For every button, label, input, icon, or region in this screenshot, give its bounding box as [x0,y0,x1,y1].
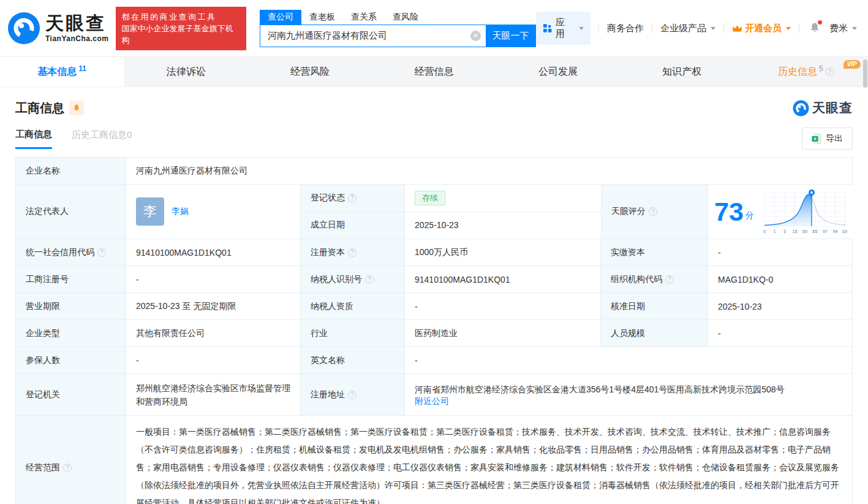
business-term-label: 营业期限 [16,293,126,319]
cooperation-link[interactable]: 商务合作 [607,23,644,34]
nearby-companies-link[interactable]: 附近公司 [415,396,449,406]
slogan-line2: 国家中小企业发展子基金旗下机构 [121,23,240,46]
search-row: ✕ 天眼一下 [260,25,536,47]
open-vip-menu[interactable]: 开通会员 [732,23,791,34]
chevron-down-icon [786,27,791,30]
tab-operation-risk[interactable]: 经营风险 [248,57,372,86]
reg-status-row: 登记状态 ? 存续 [301,185,601,212]
notifications-button[interactable] [809,21,821,36]
brand-logo-text: 天眼查 TianYanCha.com [45,14,108,42]
score-label: 天眼评分 [611,206,646,217]
apps-menu[interactable]: 应用 [536,12,591,45]
reg-authority-value: 郑州航空港经济综合实验区市场监督管理和营商环境局 [136,381,290,408]
help-icon[interactable]: ? [348,248,357,257]
axis-tick: 1 [773,229,776,234]
help-icon[interactable]: ? [365,275,374,284]
user-menu[interactable]: 费米 [829,23,857,34]
tab-label: 知识产权 [662,66,701,78]
subtab-row: 工商信息 历史工商信息0 X 导出 [0,128,868,150]
tab-count: 5 [819,64,823,73]
credit-code-label-cell: 统一社会信用代码 ? [16,239,126,265]
english-name-value: - [405,347,852,373]
reg-address-cell: 河南省郑州市航空港经济综合实验区金港大道356号1号楼4层401号医用高新技术跨… [405,374,852,415]
search-tabs: 查公司 查老板 查关系 查风险 [260,10,536,25]
divider [799,24,799,33]
tab-operation-info[interactable]: 经营信息 [372,57,496,86]
export-button[interactable]: X 导出 [802,128,853,150]
taxpayer-quality-value: - [405,293,601,319]
help-icon[interactable]: ? [348,194,357,202]
taxpayer-quality-label: 纳税人资质 [301,293,405,319]
top-header: 天眼查 TianYanCha.com 都在用的商业查询工具 国家中小企业发展子基… [0,0,868,56]
brand-domain: TianYanCha.com [45,35,108,42]
header-nav: 应用 商务合作 企业级产品 开通会员 [536,12,857,45]
tab-label: 基本信息 [37,66,77,78]
business-scope-label: 经营范围 [26,462,60,473]
reg-address-label-cell: 注册地址 ? [301,374,405,415]
tab-history-info[interactable]: VIP 历史信息 5 ? [744,57,868,86]
score-distribution-chart: 0 1 3 15 50 85 97 99 100 [763,187,847,236]
search-input[interactable] [268,31,470,41]
reg-address-label: 注册地址 [311,389,345,400]
reg-authority-label: 登记机关 [16,374,126,415]
watermark-text: 天眼查 [812,99,853,116]
clear-icon[interactable]: ✕ [470,31,481,41]
taxpayer-id-value: 91410100MAG1D1KQ01 [405,266,601,292]
establish-date-row: 成立日期 2025-10-23 [301,212,601,239]
reg-status-label: 登记状态 [311,193,345,204]
chevron-down-icon [579,27,584,30]
reg-number-value: - [126,266,301,292]
tab-company-development[interactable]: 公司发展 [496,57,620,86]
app-grid-icon [543,23,552,33]
subscribe-bell-button[interactable] [69,101,84,115]
subtab-business-info[interactable]: 工商信息 [15,129,52,149]
help-icon[interactable]: ? [665,275,674,284]
search-button[interactable]: 天眼一下 [486,25,536,47]
open-vip-label: 开通会员 [745,23,782,34]
enterprise-products-menu[interactable]: 企业级产品 [660,23,715,34]
slogan-line1: 都在用的商业查询工具 [121,11,240,23]
table-row: 工商注册号 - 纳税人识别号 ? 91410100MAG1D1KQ01 组织机构… [16,266,852,293]
help-icon[interactable]: ? [348,391,357,399]
help-icon[interactable]: ? [63,464,72,472]
tab-intellectual-property[interactable]: 知识产权 [620,57,744,86]
help-icon[interactable]: ? [97,248,106,257]
help-icon[interactable]: ? [649,207,657,216]
legal-rep-cell: 李 李娲 [126,185,301,239]
reg-status-cell: 存续 [405,185,601,212]
svg-text:X: X [813,136,817,142]
tab-basic-info[interactable]: 基本信息 11 [0,57,124,86]
search-tab-risk[interactable]: 查风险 [385,10,426,25]
help-icon[interactable]: ? [826,67,834,76]
company-type-value: 其他有限责任公司 [126,320,301,346]
search-tab-relation[interactable]: 查关系 [343,10,385,25]
watermark-logo-icon [793,100,809,116]
axis-tick: 97 [823,229,828,234]
excel-icon: X [812,134,821,144]
search-tab-boss[interactable]: 查老板 [301,10,343,25]
paid-capital-label: 实缴资本 [601,239,708,265]
table-row: 统一社会信用代码 ? 91410100MAG1D1KQ01 注册资本 ? 100… [16,239,852,266]
axis-tick: 3 [783,229,786,234]
axis-tick: 0 [763,229,766,234]
avatar[interactable]: 李 [136,197,164,226]
table-row: 法定代表人 李 李娲 登记状态 ? 存续 成立日期 2025-10-23 [16,185,852,239]
tab-legal-proceedings[interactable]: 法律诉讼 [124,57,247,86]
bell-icon [72,104,81,112]
subtab-history-business-info[interactable]: 历史工商信息0 [72,129,132,148]
brand-logo[interactable]: 天眼查 TianYanCha.com [7,12,108,45]
table-row: 企业类型 其他有限责任公司 行业 医药制造业 人员规模 - [16,320,852,347]
search-tab-company[interactable]: 查公司 [260,10,301,25]
section-header: 工商信息 天眼查 [0,87,868,116]
vip-badge: VIP [843,60,861,69]
scrollbar[interactable] [863,59,867,88]
establish-date-label: 成立日期 [301,212,405,239]
reg-number-label: 工商注册号 [16,266,126,292]
enterprise-label: 企业级产品 [660,23,706,34]
table-row: 经营范围 ? 一般项目：第一类医疗器械销售；第二类医疗器械销售；第一类医疗设备租… [16,416,852,504]
legal-rep-link[interactable]: 李娲 [172,206,189,217]
org-code-label: 组织机构代码 [611,274,662,285]
tab-label: 经营风险 [290,66,330,78]
divider [598,24,599,33]
search-box: ✕ [260,25,486,47]
